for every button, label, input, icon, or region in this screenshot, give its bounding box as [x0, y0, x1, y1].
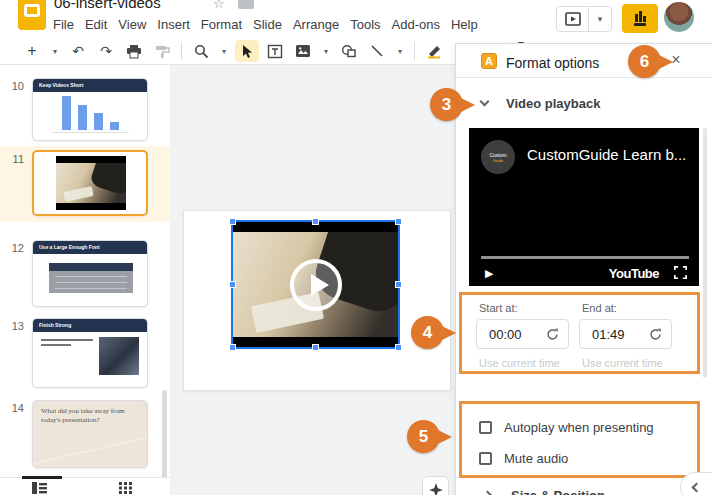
zoom-button[interactable] [189, 40, 213, 62]
select-tool-button[interactable] [235, 40, 259, 62]
size-position-section-header[interactable]: Size & Position [456, 484, 712, 495]
slide-filmstrip: 10 Keep Videos Short 11 12 Use a Large E… [0, 65, 170, 477]
use-current-time-start[interactable]: Use current time [479, 357, 560, 369]
paint-format-button[interactable] [150, 40, 174, 62]
image-caret-icon[interactable]: ▾ [319, 40, 333, 62]
reset-end-time-icon[interactable] [649, 328, 671, 341]
grid-view-icon[interactable] [119, 482, 132, 494]
new-slide-caret-icon[interactable]: ▾ [48, 40, 62, 62]
insert-line-button[interactable] [365, 40, 389, 62]
toolbar: + ▾ ↶ ↷ ▾ ▾ ▾ + ⋯ [0, 38, 455, 65]
video-playback-section-header[interactable]: Video playback [456, 88, 712, 122]
redo-button[interactable]: ↷ [94, 40, 118, 62]
resize-handle-sw[interactable] [229, 344, 236, 351]
document-title[interactable]: 06-insert-videos [54, 0, 161, 11]
callout-6: 6 [628, 45, 661, 78]
format-options-panel: A Format options × Video playback Custom… [455, 43, 712, 495]
slide-thumbnail-13[interactable]: Finish Strong [32, 318, 148, 388]
slide-thumbnail-11-selected[interactable] [32, 150, 148, 216]
insert-shape-button[interactable] [337, 40, 361, 62]
star-icon[interactable]: ☆ [213, 0, 225, 11]
insert-image-button[interactable] [291, 40, 315, 62]
menu-slide[interactable]: Slide [253, 17, 282, 32]
menu-file[interactable]: File [53, 17, 74, 32]
video-thumbnail [56, 156, 126, 210]
video-play-button[interactable] [290, 259, 342, 311]
menu-insert[interactable]: Insert [157, 17, 190, 32]
autoplay-option[interactable]: Autoplay when presenting [479, 419, 654, 435]
menu-tools[interactable]: Tools [350, 17, 380, 32]
titlebar: 06-insert-videos ☆ File Edit View Insert… [0, 0, 712, 38]
present-options-caret-icon[interactable]: ▾ [589, 7, 611, 31]
google-slides-logo-icon[interactable] [18, 0, 46, 30]
menu-help[interactable]: Help [451, 17, 478, 32]
reset-start-time-icon[interactable] [546, 328, 568, 341]
use-current-time-end[interactable]: Use current time [582, 357, 663, 369]
slide-thumbnail-12[interactable]: Use a Large Enough Font [32, 240, 148, 307]
extension-button[interactable] [622, 4, 658, 33]
start-at-label: Start at: [479, 302, 518, 314]
slide-number: 13 [0, 320, 24, 332]
panel-scrollbar[interactable] [703, 128, 707, 378]
menu-view[interactable]: View [118, 17, 146, 32]
slide-thumbnail-14[interactable]: What did you take away from today's pres… [32, 400, 148, 468]
zoom-caret-icon[interactable]: ▾ [217, 40, 231, 62]
mini-bar-chart [33, 94, 147, 130]
preview-play-icon[interactable]: ▶ [485, 267, 493, 280]
start-at-field[interactable]: 00:00 [476, 319, 569, 349]
slide-body-text: What did you take away from today's pres… [41, 407, 141, 425]
channel-logo-text2: Guide [493, 158, 504, 163]
collapse-panel-tab[interactable] [680, 472, 712, 495]
move-folder-icon[interactable] [238, 0, 254, 9]
menu-arrange[interactable]: Arrange [293, 17, 339, 32]
mini-table [49, 263, 133, 293]
menu-format[interactable]: Format [201, 17, 242, 32]
slide-number: 14 [0, 402, 24, 414]
line-caret-icon[interactable]: ▾ [393, 40, 407, 62]
filmstrip-view-icon[interactable] [32, 482, 47, 494]
size-position-label: Size & Position [511, 488, 605, 495]
end-at-field[interactable]: 01:49 [579, 319, 672, 349]
options-highlight-box: Autoplay when presenting Mute audio [459, 401, 700, 478]
bar-chart-icon [635, 11, 646, 22]
present-button[interactable] [557, 7, 589, 31]
slide-title: Use a Large Enough Font [33, 241, 147, 254]
video-preview[interactable]: Custom Guide CustomGuide Learn b... ▶ Yo… [469, 128, 699, 286]
slide-thumbnail-10[interactable]: Keep Videos Short [32, 78, 148, 141]
undo-button[interactable]: ↶ [66, 40, 90, 62]
menu-addons[interactable]: Add-ons [392, 17, 440, 32]
user-avatar[interactable] [664, 2, 694, 32]
fullscreen-icon[interactable] [674, 266, 687, 279]
youtube-logo[interactable]: YouTube [609, 266, 659, 281]
text-box-button[interactable] [263, 40, 287, 62]
end-at-value[interactable]: 01:49 [580, 327, 649, 342]
resize-handle-se[interactable] [395, 344, 402, 351]
mute-label: Mute audio [504, 451, 568, 466]
present-button-group: ▾ [556, 6, 612, 32]
explore-button[interactable] [422, 476, 449, 495]
resize-handle-ne[interactable] [395, 218, 402, 225]
chevron-down-icon [480, 97, 490, 107]
print-button[interactable] [122, 40, 146, 62]
selected-video[interactable] [233, 222, 398, 347]
channel-avatar: Custom Guide [481, 140, 515, 174]
resize-handle-s[interactable] [312, 344, 319, 351]
timing-highlight-box: Start at: End at: 00:00 01:49 Use curren… [459, 292, 700, 374]
slide-title: Keep Videos Short [33, 79, 147, 92]
resize-handle-n[interactable] [312, 218, 319, 225]
video-progress-bar[interactable] [481, 256, 689, 259]
panel-title: Format options [506, 55, 599, 71]
autoplay-checkbox[interactable] [479, 421, 492, 434]
video-playback-label: Video playback [506, 96, 600, 111]
mini-photo [99, 337, 139, 375]
resize-handle-nw[interactable] [229, 218, 236, 225]
resize-handle-w[interactable] [229, 281, 236, 288]
resize-handle-e[interactable] [395, 281, 402, 288]
start-at-value[interactable]: 00:00 [477, 327, 546, 342]
format-options-icon: A [481, 53, 497, 69]
mute-option[interactable]: Mute audio [479, 450, 568, 466]
mute-checkbox[interactable] [479, 452, 492, 465]
menu-edit[interactable]: Edit [85, 17, 107, 32]
scribble-pen-icon[interactable] [422, 40, 446, 62]
new-slide-button[interactable]: + [20, 40, 44, 62]
